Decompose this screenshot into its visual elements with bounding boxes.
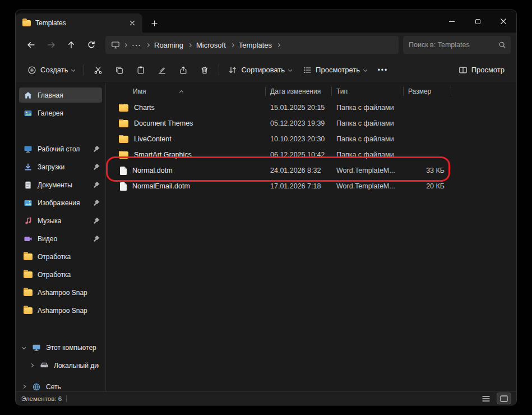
chevron-right-icon — [188, 43, 192, 47]
file-list: Имя Дата изменения Тип Размер Charts 15.… — [106, 83, 516, 391]
create-button[interactable]: Создать — [22, 61, 80, 80]
sidebar-item-folder[interactable]: Ashampoo Snap — [19, 285, 102, 300]
sidebar-item-desktop[interactable]: Рабочий стол — [19, 141, 102, 156]
column-label: Имя — [133, 87, 146, 95]
up-button[interactable] — [62, 36, 81, 54]
folder-icon — [119, 151, 128, 159]
rename-button[interactable] — [152, 61, 172, 80]
sidebar-item-home[interactable]: Главная — [19, 87, 102, 103]
sidebar-item-label: Главная — [38, 91, 99, 99]
column-header-date[interactable]: Дата изменения — [265, 87, 331, 96]
tab-close-button[interactable] — [126, 16, 139, 30]
new-tab-button[interactable] — [145, 13, 164, 33]
search-input[interactable] — [409, 41, 495, 49]
file-name: NormalEmail.dotm — [132, 182, 190, 190]
chevron-right-icon[interactable] — [20, 385, 27, 388]
file-name: Normal.dotm — [132, 167, 173, 174]
file-date: 05.12.2023 19:39 — [265, 119, 331, 127]
details-view-button[interactable] — [479, 393, 493, 404]
maximize-button[interactable] — [465, 10, 491, 33]
folder-icon — [24, 271, 33, 278]
view-button[interactable]: Просмотреть — [298, 61, 372, 80]
status-bar: Элементов: 6 — [16, 391, 516, 405]
sidebar-item-downloads[interactable]: Загрузки — [19, 159, 102, 174]
close-icon — [129, 20, 136, 26]
more-options-button[interactable]: ••• — [373, 61, 393, 80]
column-headers: Имя Дата изменения Тип Размер — [113, 84, 516, 99]
search-box — [403, 36, 511, 54]
file-date: 24.01.2026 8:32 — [265, 167, 331, 174]
view-label: Просмотреть — [316, 66, 360, 74]
sidebar-item-folder[interactable]: Ashampoo Snap — [19, 303, 102, 318]
sidebar-item-folder[interactable]: Отработка — [19, 267, 102, 282]
file-row-normal-dotm[interactable]: Normal.dotm 24.01.2026 8:32 Word.Templat… — [113, 163, 516, 178]
file-name-cell: Document Themes — [113, 119, 265, 127]
sidebar-item-network[interactable]: Сеть — [19, 379, 102, 391]
video-icon — [24, 234, 33, 243]
network-icon — [32, 382, 41, 391]
breadcrumb-item-roaming[interactable]: Roaming — [153, 40, 184, 50]
file-name: LiveContent — [134, 135, 172, 143]
sidebar-item-this-pc[interactable]: Этот компьютер — [19, 340, 102, 355]
file-icon — [120, 167, 127, 175]
preview-pane-button[interactable]: Просмотр — [454, 61, 510, 80]
file-row[interactable]: SmartArt Graphics 06.12.2025 10:42 Папка… — [113, 147, 516, 163]
sidebar-item-label: Галерея — [38, 109, 99, 117]
sidebar-item-local-disk[interactable]: Локальный диск — [19, 358, 102, 373]
sidebar-item-gallery[interactable]: Галерея — [19, 105, 102, 121]
pin-icon — [93, 200, 99, 206]
share-button[interactable] — [173, 61, 193, 80]
delete-button[interactable] — [195, 61, 215, 80]
back-button[interactable] — [21, 36, 40, 54]
search-icon[interactable] — [498, 41, 506, 49]
pin-icon — [93, 164, 99, 170]
copy-button[interactable] — [109, 61, 129, 80]
file-row[interactable]: Charts 15.01.2025 20:15 Папка с файлами — [113, 100, 516, 116]
chevron-down-icon — [363, 68, 367, 72]
column-header-type[interactable]: Тип — [331, 87, 403, 96]
file-row[interactable]: Document Themes 05.12.2023 19:39 Папка с… — [113, 116, 516, 131]
sidebar-item-music[interactable]: Музыка — [19, 213, 102, 228]
tab-templates[interactable]: Templates — [16, 13, 142, 33]
navigation-bar: ··· Roaming Microsoft Templates — [16, 33, 516, 57]
sidebar-item-pictures[interactable]: Изображения — [19, 195, 102, 210]
minimize-button[interactable] — [439, 10, 465, 33]
sidebar-item-folder[interactable]: Отработка — [19, 249, 102, 264]
paste-button[interactable] — [131, 61, 151, 80]
cut-button[interactable] — [88, 61, 108, 80]
file-name-cell: NormalEmail.dotm — [113, 182, 265, 191]
column-label: Дата изменения — [270, 87, 321, 95]
sidebar-item-videos[interactable]: Видео — [19, 231, 102, 246]
sidebar-item-documents[interactable]: Документы — [19, 177, 102, 192]
chevron-right-icon[interactable] — [28, 364, 35, 367]
refresh-icon — [87, 40, 96, 49]
close-button[interactable] — [491, 10, 516, 33]
file-type: Word.TemplateM... — [331, 182, 403, 190]
file-type: Папка с файлами — [331, 104, 403, 112]
sidebar-gap — [19, 321, 102, 340]
home-icon — [24, 91, 33, 100]
file-row[interactable]: LiveContent 10.10.2023 20:30 Папка с фай… — [113, 131, 516, 147]
column-header-size[interactable]: Размер — [403, 87, 451, 96]
toolbar-divider — [84, 64, 84, 76]
back-icon — [26, 40, 36, 49]
sort-button[interactable]: Сортировать — [223, 61, 297, 80]
breadcrumb-item-microsoft[interactable]: Microsoft — [195, 40, 227, 50]
column-header-name[interactable]: Имя — [113, 87, 265, 96]
trash-icon — [200, 66, 209, 75]
folder-icon — [24, 289, 33, 296]
tab-bar: Templates — [16, 10, 516, 33]
breadcrumb-overflow[interactable]: ··· — [131, 42, 142, 48]
file-date: 10.10.2023 20:30 — [265, 135, 331, 143]
large-icons-view-button[interactable] — [497, 393, 511, 404]
file-row[interactable]: NormalEmail.dotm 17.01.2026 7:18 Word.Te… — [113, 178, 516, 194]
breadcrumb-item-templates[interactable]: Templates — [238, 40, 273, 50]
sort-label: Сортировать — [241, 66, 285, 74]
chevron-down-icon[interactable] — [20, 346, 27, 349]
create-label: Создать — [40, 66, 68, 74]
rename-icon — [158, 66, 166, 75]
refresh-button[interactable] — [82, 36, 101, 54]
computer-icon[interactable] — [111, 40, 120, 49]
forward-button[interactable] — [41, 36, 61, 54]
file-type: Word.TemplateM... — [331, 167, 403, 174]
